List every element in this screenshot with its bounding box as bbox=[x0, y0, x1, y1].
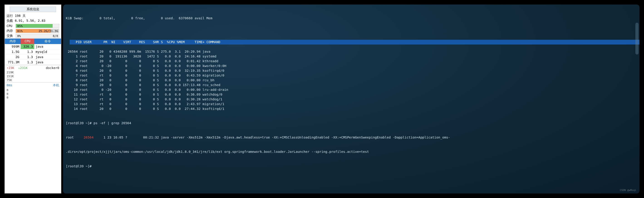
watermark: CSDN @wMoqi bbox=[620, 188, 636, 192]
network-row: ↑23K ↓231K docker0 bbox=[5, 65, 61, 71]
net-iface: docker0 bbox=[46, 66, 59, 70]
ping-host: 本机 bbox=[53, 83, 59, 87]
top-process-list: 26564 root 20 0 4348288 999.0m 15176 S 2… bbox=[66, 49, 637, 111]
proc-mem: 771.3M bbox=[5, 60, 21, 65]
ps-output-1: root 26564 1 23 16:05 ? 00:21:32 java -s… bbox=[66, 135, 637, 140]
proc-cmd: java bbox=[34, 60, 61, 65]
proc-mem: 2G bbox=[5, 55, 21, 60]
proc-cmd: java bbox=[34, 44, 61, 49]
swap-row: 交换 0%0/0 bbox=[5, 33, 61, 38]
net-up-icon: ↑23K bbox=[6, 66, 14, 70]
ping-ms: 0ms bbox=[6, 83, 12, 87]
mem-row: 内存 81%25.2G/31.3G bbox=[5, 28, 61, 33]
proc-cmd: java bbox=[34, 55, 61, 60]
proc-cpu: 1.3 bbox=[21, 49, 34, 54]
ps-command: [root@l39 ~]# ps -ef | grep 26564 bbox=[66, 121, 637, 126]
ping-scale: 0 0 0 bbox=[5, 88, 61, 100]
process-row[interactable]: 771.3M1.3java bbox=[5, 60, 61, 65]
top-row: 6 root 20 0 0 0 0 S 0.0 0.0 32:19.35 kso… bbox=[66, 68, 637, 73]
top-row: 13 root rt 0 0 0 0 S 0.0 0.0 2:43.97 mig… bbox=[66, 102, 637, 106]
proc-cmd: mysqld bbox=[34, 49, 61, 54]
mem-label: 内存 bbox=[6, 29, 16, 33]
top-row: 14 root 20 0 0 0 0 S 0.0 0.0 27:44.32 ks… bbox=[66, 106, 637, 111]
col-mem[interactable]: 内存 bbox=[5, 39, 21, 44]
col-cmd[interactable]: 命令 bbox=[34, 39, 61, 44]
terminal[interactable]: KiB Swap: 0 total, 0 free, 0 used. 63706… bbox=[63, 5, 640, 193]
top-row: 9 root 20 0 0 0 0 S 0.0 0.0 157:13.48 rc… bbox=[66, 83, 637, 87]
terminal-scrollbar[interactable] bbox=[636, 23, 638, 55]
net-down-icon: ↓231K bbox=[18, 66, 28, 70]
ping-row: 0ms 本机 bbox=[5, 82, 61, 88]
highlighted-pid: 26564 bbox=[84, 136, 94, 139]
top-row: 8 root 20 0 0 0 0 S 0.0 0.0 0:00.00 rcu_… bbox=[66, 78, 637, 83]
top-row: 10 root 0 -20 0 0 0 S 0.0 0.0 0:00.00 lr… bbox=[66, 87, 637, 92]
top-header: PID USER PR NI VIRT RES SHR S %CPU %MEM … bbox=[70, 40, 640, 45]
top-row: 4 root 0 -20 0 0 0 S 0.0 0.0 0:00.00 kwo… bbox=[66, 64, 637, 68]
col-cpu[interactable]: CPU bbox=[21, 39, 34, 44]
proc-mem: 1.5G bbox=[5, 49, 21, 54]
proc-cpu: 1.3 bbox=[21, 55, 34, 60]
load-text: 负载 6.91, 5.56, 2.83 bbox=[5, 18, 61, 23]
system-info-panel: 系统信息 运行 198 天 负载 6.91, 5.56, 2.83 CPU 85… bbox=[4, 5, 61, 193]
process-list: 999M326.3java1.5G1.3mysqld2G1.3java771.3… bbox=[5, 44, 61, 65]
uptime-text: 运行 198 天 bbox=[5, 14, 61, 18]
shell-prompt[interactable]: [root@l39 ~]# bbox=[66, 164, 637, 169]
cpu-label: CPU bbox=[6, 24, 16, 28]
proc-cpu: 326.3 bbox=[21, 44, 34, 49]
top-row: 7 root rt 0 0 0 0 S 0.0 0.0 0:43.59 migr… bbox=[66, 73, 637, 78]
cpu-row: CPU 85% bbox=[5, 23, 61, 28]
top-row: 12 root rt 0 0 0 0 S 0.0 0.0 0:30.28 wat… bbox=[66, 97, 637, 102]
panel-title: 系统信息 bbox=[10, 7, 56, 12]
net-scale: 219K 151K 75K bbox=[5, 71, 61, 82]
process-row[interactable]: 999M326.3java bbox=[5, 44, 61, 49]
top-row: 1 root 20 0 191136 3028 1472 S 0.0 0.0 2… bbox=[66, 54, 637, 59]
cpu-bar: 85% bbox=[16, 24, 59, 28]
process-row[interactable]: 1.5G1.3mysqld bbox=[5, 49, 61, 55]
process-header[interactable]: 内存 CPU 命令 bbox=[5, 38, 61, 44]
ps-output-2: .dirs=/opt/project/xjjt/jars/oms-common:… bbox=[66, 149, 637, 154]
top-row: 26564 root 20 0 4348288 999.0m 15176 S 2… bbox=[66, 49, 637, 54]
proc-mem: 999M bbox=[5, 44, 21, 49]
swap-label: 交换 bbox=[6, 34, 16, 38]
swap-line: KiB Swap: 0 total, 0 free, 0 used. 63706… bbox=[66, 16, 637, 21]
mem-bar: 81%25.2G/31.3G bbox=[16, 29, 59, 33]
process-row[interactable]: 2G1.3java bbox=[5, 55, 61, 60]
proc-cpu: 1.3 bbox=[21, 60, 34, 65]
top-row: 11 root rt 0 0 0 0 S 0.0 0.0 0:36.09 wat… bbox=[66, 92, 637, 97]
swap-bar: 0%0/0 bbox=[16, 34, 59, 38]
top-row: 2 root 20 0 0 0 0 S 0.0 0.0 0:01.42 kthr… bbox=[66, 59, 637, 64]
